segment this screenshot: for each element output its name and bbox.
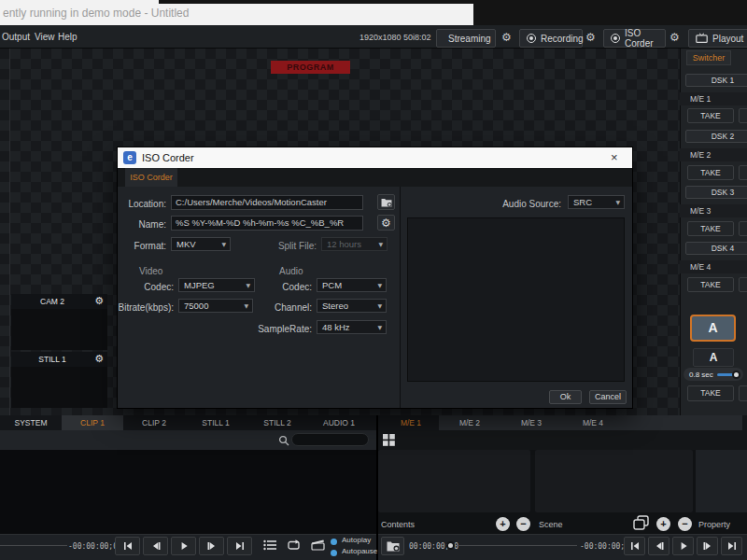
video-codec-select[interactable]: MJPEG▼ (178, 278, 255, 292)
cam2-settings-gear-icon[interactable]: ⚙ (94, 296, 104, 306)
chevron-down-icon: ▼ (246, 279, 250, 291)
recording-settings-gear-icon[interactable]: ⚙ (585, 32, 596, 43)
recording-button[interactable]: Recording (519, 29, 583, 48)
clip-skip-end-button[interactable] (227, 537, 252, 555)
tab-me1-active[interactable]: M/E 1 (383, 415, 439, 430)
clip-step-forward-button[interactable] (199, 537, 224, 555)
scene-box-2[interactable] (535, 450, 693, 512)
duplicate-scene-icon[interactable] (633, 515, 649, 530)
clip-play-button[interactable] (171, 537, 196, 555)
source-cam2-thumbnail[interactable] (11, 309, 107, 350)
me3-auto-button[interactable]: AUTO (739, 221, 747, 236)
me-skip-start-button[interactable] (624, 537, 645, 555)
me-step-forward-button[interactable] (697, 537, 718, 555)
scene-box-1[interactable] (378, 450, 530, 512)
cancel-button[interactable]: Cancel (589, 390, 627, 404)
loop-icon[interactable] (287, 539, 301, 551)
dsk3-button[interactable]: DSK 3 (685, 186, 747, 199)
autoplay-label: Autoplay (342, 536, 371, 544)
autoplay-indicator[interactable] (331, 539, 337, 545)
me3-take-button[interactable]: TAKE (687, 221, 734, 236)
audio-codec-select[interactable]: PCM▼ (317, 278, 387, 292)
dsk4-button[interactable]: DSK 4 (685, 242, 747, 255)
source-still1-thumbnail[interactable] (11, 367, 107, 408)
tab-me3[interactable]: M/E 3 (500, 415, 562, 430)
still1-settings-gear-icon[interactable]: ⚙ (94, 354, 104, 364)
scene-add-button[interactable]: + (656, 517, 670, 531)
left-splitter[interactable] (9, 49, 10, 415)
chevron-down-icon: ▼ (377, 279, 382, 291)
me-toolbar (378, 430, 747, 450)
me-skip-end-button[interactable] (721, 537, 742, 555)
clip-list-area[interactable] (0, 450, 376, 534)
tab-clip2[interactable]: CLIP 2 (123, 415, 185, 430)
playlist-icon[interactable] (263, 539, 277, 551)
format-select[interactable]: MKV▼ (171, 237, 231, 251)
dsk1-button[interactable]: DSK 1 (685, 74, 747, 87)
source-cam2-titlebar[interactable]: CAM 2 ⚙ (11, 294, 107, 309)
me-step-back-button[interactable] (648, 537, 669, 555)
source-still1-titlebar[interactable]: STILL 1 ⚙ (11, 352, 107, 367)
app-window: ently running in demo mode - Untitled Ou… (0, 0, 747, 560)
streaming-button[interactable]: Streaming (436, 29, 496, 48)
me2-auto-button[interactable]: AUTO (739, 165, 747, 180)
isocorder-button[interactable]: ISO Corder (603, 29, 666, 48)
close-icon[interactable]: × (611, 150, 618, 164)
tab-me2[interactable]: M/E 2 (439, 415, 500, 430)
menu-output[interactable]: Output (2, 32, 30, 42)
tab-system[interactable]: SYSTEM (0, 415, 62, 430)
me1-take-button[interactable]: TAKE (687, 108, 734, 123)
transition-duration-slider-knob[interactable] (732, 371, 740, 379)
bus-a-button-active[interactable]: A (690, 315, 736, 342)
dialog-title: ISO Corder (142, 152, 194, 163)
titlebar-top-strip (159, 0, 747, 4)
me4-auto-button[interactable]: AUTO (739, 277, 747, 292)
playout-button[interactable]: Playout (688, 29, 747, 48)
location-input[interactable]: C:/Users/Merche/Videos/MotionCaster (171, 195, 363, 210)
menu-view[interactable]: View (35, 32, 55, 42)
isocorder-settings-gear-icon[interactable]: ⚙ (669, 32, 680, 43)
dialog-tab-isocorder[interactable]: ISO Corder (125, 168, 177, 187)
bitrate-combo[interactable]: 75000▼ (178, 299, 253, 313)
me-play-button[interactable] (672, 537, 694, 555)
me-seek-knob[interactable] (446, 541, 455, 550)
clip-step-back-button[interactable] (143, 537, 168, 555)
streaming-settings-gear-icon[interactable]: ⚙ (501, 32, 512, 43)
chevron-down-icon: ▼ (377, 321, 382, 333)
tab-switcher[interactable]: Switcher (686, 50, 731, 65)
name-input[interactable]: %S %Y-%M-%D %h-%m-%s %C_%B_%R (171, 216, 363, 231)
recording-label: Recording (541, 34, 584, 44)
menu-help[interactable]: Help (58, 32, 78, 42)
tab-clip1-active[interactable]: CLIP 1 (62, 415, 123, 430)
main-auto-button[interactable]: AUTO (739, 385, 747, 401)
media-folder-button[interactable] (381, 537, 404, 555)
tab-me4[interactable]: M/E 4 (562, 415, 624, 430)
clip-skip-start-button[interactable] (115, 537, 140, 555)
samplerate-select[interactable]: 48 kHz▼ (317, 320, 387, 334)
bus-b-button[interactable]: A (693, 348, 734, 367)
dsk2-button[interactable]: DSK 2 (685, 130, 747, 143)
dialog-app-icon: e (123, 151, 136, 164)
tab-still1[interactable]: STILL 1 (185, 415, 247, 430)
contents-remove-button[interactable]: − (516, 517, 530, 531)
tab-audio1[interactable]: AUDIO 1 (308, 415, 370, 430)
audio-source-select[interactable]: SRC▼ (568, 195, 625, 209)
tab-still2[interactable]: STILL 2 (247, 415, 308, 430)
search-input[interactable] (291, 433, 369, 446)
autopause-indicator[interactable] (331, 550, 337, 556)
channel-select[interactable]: Stereo▼ (317, 299, 387, 313)
me-seek-track[interactable] (458, 545, 577, 546)
browse-folder-button[interactable] (377, 194, 395, 210)
scene-remove-button[interactable]: − (678, 517, 692, 531)
me4-take-button[interactable]: TAKE (687, 277, 734, 292)
me2-take-button[interactable]: TAKE (687, 165, 734, 180)
ok-button[interactable]: Ok (549, 390, 582, 404)
me1-auto-button[interactable]: AUTO (739, 108, 747, 123)
clip-seek-track[interactable] (0, 545, 67, 546)
contents-add-button[interactable]: + (496, 517, 510, 531)
audio-source-list[interactable] (407, 217, 625, 382)
grid-view-icon[interactable] (383, 434, 395, 446)
main-take-button[interactable]: TAKE (687, 385, 734, 401)
clapperboard-icon[interactable] (311, 539, 325, 551)
name-pattern-button[interactable]: ⚙ (377, 215, 395, 231)
